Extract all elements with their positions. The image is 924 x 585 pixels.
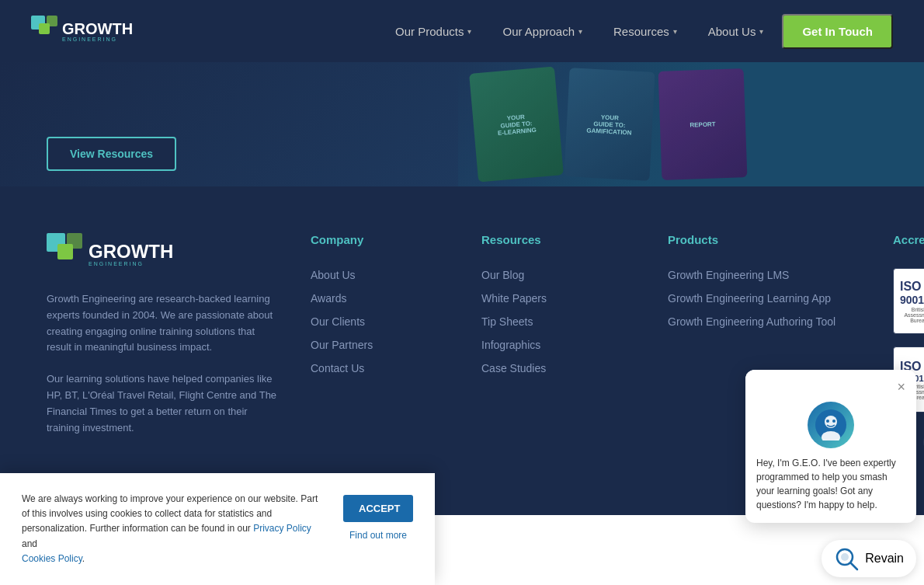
- list-item: Growth Engineering Authoring Tool: [668, 315, 862, 329]
- footer-logo-text: GROWTH: [89, 242, 173, 261]
- chevron-down-icon: ▾: [673, 27, 677, 36]
- chatbot-header: ×: [745, 370, 916, 402]
- resources-blog-link[interactable]: Our Blog: [481, 269, 524, 281]
- revain-search-icon: [834, 546, 859, 571]
- footer-description: Growth Engineering are research-backed l…: [47, 291, 280, 356]
- chevron-down-icon: ▾: [467, 27, 471, 36]
- accept-button[interactable]: ACCEPT: [343, 495, 413, 522]
- nav-logo: GROWTH ENGINEERING: [31, 16, 133, 47]
- resources-heading: Resources: [481, 233, 637, 252]
- company-links: About Us Awards Our Clients Our Partners…: [311, 268, 450, 375]
- cookie-text: We are always working to improve your ex…: [22, 492, 328, 566]
- company-contact-link[interactable]: Contact Us: [311, 362, 364, 374]
- footer-logo-sub: ENGINEERING: [89, 261, 173, 266]
- chevron-down-icon: ▾: [578, 27, 582, 36]
- footer-testimonial: Our learning solutions have helped compa…: [47, 371, 280, 436]
- chevron-down-icon: ▾: [759, 27, 763, 36]
- logo-growth: GROWTH: [62, 21, 133, 37]
- footer-logo: GROWTH ENGINEERING: [47, 233, 280, 276]
- chatbot-message: Hey, I'm G.E.O. I've been expertly progr…: [756, 456, 905, 512]
- find-out-more-button[interactable]: Find out more: [349, 530, 407, 541]
- footer-logo-icon: [47, 233, 85, 276]
- revain-widget[interactable]: Revain: [822, 540, 916, 577]
- company-about-link[interactable]: About Us: [311, 269, 356, 281]
- product-authoring-link[interactable]: Growth Engineering Authoring Tool: [668, 315, 835, 328]
- cookies-policy-link[interactable]: Cookies Policy: [22, 553, 82, 564]
- resources-casestudies-link[interactable]: Case Studies: [481, 362, 546, 374]
- svg-rect-5: [67, 233, 82, 249]
- book-card-3: REPORT: [658, 68, 748, 180]
- logo-engineering: ENGINEERING: [62, 37, 133, 42]
- list-item: Tip Sheets: [481, 315, 637, 329]
- svg-point-13: [841, 553, 849, 561]
- resources-links: Our Blog White Papers Tip Sheets Infogra…: [481, 268, 637, 375]
- iso-9001-badge: ISO 9001 British Assessment Bureau ✓: [893, 268, 924, 334]
- product-app-link[interactable]: Growth Engineering Learning App: [668, 292, 831, 305]
- svg-point-9: [826, 420, 829, 423]
- products-heading: Products: [668, 233, 862, 252]
- chatbot-close-button[interactable]: ×: [897, 379, 905, 395]
- resources-tipsheets-link[interactable]: Tip Sheets: [481, 315, 533, 328]
- iso-9001-label: ISO 9001: [900, 279, 924, 307]
- badge-bureau-text: British Assessment Bureau: [900, 307, 924, 323]
- list-item: Growth Engineering Learning App: [668, 291, 862, 305]
- chatbot-avatar: [808, 402, 854, 448]
- company-heading: Company: [311, 233, 450, 252]
- nav-products[interactable]: Our Products ▾: [383, 0, 484, 62]
- navbar: GROWTH ENGINEERING Our Products ▾ Our Ap…: [0, 0, 924, 62]
- list-item: Our Partners: [311, 338, 450, 352]
- company-awards-link[interactable]: Awards: [311, 292, 346, 305]
- book-card-1: YOURGUIDE TO:E-LEARNING: [469, 66, 564, 182]
- book-visual: YOURGUIDE TO:E-LEARNING YOURGUIDE TO:GAM…: [458, 62, 924, 186]
- list-item: Awards: [311, 291, 450, 305]
- get-in-touch-button[interactable]: Get In Touch: [782, 14, 893, 49]
- product-lms-link[interactable]: Growth Engineering LMS: [668, 269, 789, 281]
- privacy-policy-link[interactable]: Privacy Policy: [253, 523, 311, 534]
- company-clients-link[interactable]: Our Clients: [311, 315, 365, 328]
- products-links: Growth Engineering LMS Growth Engineerin…: [668, 268, 862, 329]
- list-item: White Papers: [481, 291, 637, 305]
- nav-approach[interactable]: Our Approach ▾: [490, 0, 595, 62]
- list-item: Our Blog: [481, 268, 637, 282]
- svg-line-12: [851, 563, 857, 569]
- book-card-2: YOURGUIDE TO:GAMIFICATION: [564, 68, 655, 181]
- nav-links: Our Products ▾ Our Approach ▾ Resources …: [383, 0, 893, 62]
- chatbot-body: Hey, I'm G.E.O. I've been expertly progr…: [745, 456, 916, 523]
- list-item: Our Clients: [311, 315, 450, 329]
- hero-section: View Resources YOURGUIDE TO:E-LEARNING Y…: [0, 62, 924, 186]
- footer-logo-column: GROWTH ENGINEERING Growth Engineering ar…: [47, 233, 280, 453]
- list-item: Contact Us: [311, 361, 450, 375]
- geo-avatar-icon: [815, 409, 846, 440]
- footer-company-column: Company About Us Awards Our Clients Our …: [311, 233, 450, 453]
- list-item: Growth Engineering LMS: [668, 268, 862, 282]
- svg-rect-2: [47, 16, 57, 26]
- nav-about[interactable]: About Us ▾: [696, 0, 776, 62]
- resources-whitepapers-link[interactable]: White Papers: [481, 292, 547, 305]
- resources-infographics-link[interactable]: Infographics: [481, 339, 540, 351]
- revain-label: Revain: [865, 552, 904, 566]
- logo-icon: [31, 16, 59, 47]
- footer-resources-column: Resources Our Blog White Papers Tip Shee…: [481, 233, 637, 453]
- view-resources-button[interactable]: View Resources: [47, 137, 176, 171]
- list-item: About Us: [311, 268, 450, 282]
- company-partners-link[interactable]: Our Partners: [311, 339, 373, 351]
- cookie-banner: We are always working to improve your ex…: [0, 473, 435, 585]
- hero-overlay: YOURGUIDE TO:E-LEARNING YOURGUIDE TO:GAM…: [458, 62, 924, 186]
- list-item: Case Studies: [481, 361, 637, 375]
- list-item: Infographics: [481, 338, 637, 352]
- accreditations-heading: Accreditations: [893, 233, 924, 252]
- cookie-actions: ACCEPT Find out more: [343, 492, 413, 541]
- svg-point-10: [832, 420, 835, 423]
- chatbot-popup: × Hey, I'm G.E.O. I've been expertly pro…: [745, 370, 916, 523]
- nav-resources[interactable]: Resources ▾: [601, 0, 690, 62]
